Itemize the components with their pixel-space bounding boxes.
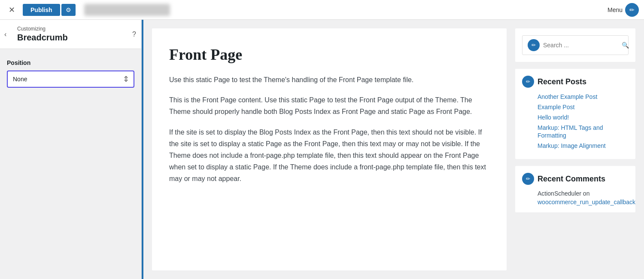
sidebar-header: ‹ Customizing Breadcrumb ?: [0, 20, 141, 49]
list-item: Hello world!: [538, 113, 629, 121]
search-widget-icon: ✏: [528, 39, 540, 51]
recent-post-link-3[interactable]: Hello world!: [538, 114, 569, 121]
position-select[interactable]: None Top Bottom: [8, 71, 118, 87]
search-widget: ✏ 🔍: [515, 28, 635, 62]
recent-posts-title: Recent Posts: [538, 77, 586, 86]
page-title: Front Page: [169, 46, 489, 64]
recent-comments-header: ✏ Recent Comments: [522, 173, 629, 185]
recent-posts-header: ✏ Recent Posts: [522, 76, 629, 88]
customizing-label: Customizing: [17, 26, 134, 32]
select-arrow-icon: ⇕: [118, 74, 134, 84]
list-item: Markup: HTML Tags and Formatting: [538, 124, 629, 139]
back-button[interactable]: ‹: [4, 31, 6, 38]
search-submit-icon[interactable]: 🔍: [622, 42, 629, 49]
paragraph-3: If the site is set to display the Blog P…: [169, 126, 489, 185]
search-input[interactable]: [543, 42, 618, 49]
publish-button[interactable]: Publish: [23, 4, 60, 16]
content-area: Front Page Use this static Page to test …: [143, 20, 644, 279]
recent-posts-list: Another Example Post Example Post Hello …: [522, 93, 629, 150]
site-logo: [84, 4, 170, 16]
close-button[interactable]: ✕: [5, 3, 18, 16]
recent-post-link-1[interactable]: Another Example Post: [538, 93, 597, 100]
recent-comments-title: Recent Comments: [538, 175, 605, 184]
recent-posts-widget: ✏ Recent Posts Another Example Post Exam…: [515, 69, 635, 159]
recent-post-link-4[interactable]: Markup: HTML Tags and Formatting: [538, 124, 603, 139]
main-layout: ‹ Customizing Breadcrumb ? Position None…: [0, 20, 644, 279]
menu-label: Menu: [608, 6, 623, 13]
paragraph-2: This is the Front Page content. Use this…: [169, 94, 489, 117]
paragraph-1: Use this static Page to test the Theme's…: [169, 74, 489, 86]
comment-author: ActionScheduler on: [522, 190, 629, 197]
menu-button[interactable]: Menu ✏: [608, 3, 639, 17]
recent-post-link-5[interactable]: Markup: Image Alignment: [538, 142, 606, 149]
sidebar-title: Breadcrumb: [17, 33, 134, 43]
right-sidebar: ✏ 🔍 ✏ Recent Posts Another Example Post …: [515, 28, 635, 270]
list-item: Example Post: [538, 103, 629, 111]
gear-button[interactable]: ⚙: [61, 4, 76, 16]
sidebar-content: Position None Top Bottom ⇕: [0, 49, 141, 98]
list-item: Markup: Image Alignment: [538, 142, 629, 150]
position-label: Position: [7, 59, 134, 66]
recent-posts-icon: ✏: [522, 76, 534, 88]
recent-comments-widget: ✏ Recent Comments ActionScheduler on woo…: [515, 166, 635, 212]
main-content-panel: Front Page Use this static Page to test …: [152, 28, 507, 270]
search-box: ✏ 🔍: [522, 35, 629, 55]
recent-comments-icon: ✏: [522, 173, 534, 185]
edit-icon: ✏: [625, 3, 639, 17]
top-bar: ✕ Publish ⚙ Menu ✏: [0, 0, 644, 20]
list-item: Another Example Post: [538, 93, 629, 101]
position-select-wrapper: None Top Bottom ⇕: [7, 71, 134, 88]
recent-post-link-2[interactable]: Example Post: [538, 104, 574, 110]
comment-link[interactable]: woocommerce_run_update_callback: [522, 199, 629, 205]
customizer-sidebar: ‹ Customizing Breadcrumb ? Position None…: [0, 20, 142, 279]
help-button[interactable]: ?: [132, 31, 136, 38]
